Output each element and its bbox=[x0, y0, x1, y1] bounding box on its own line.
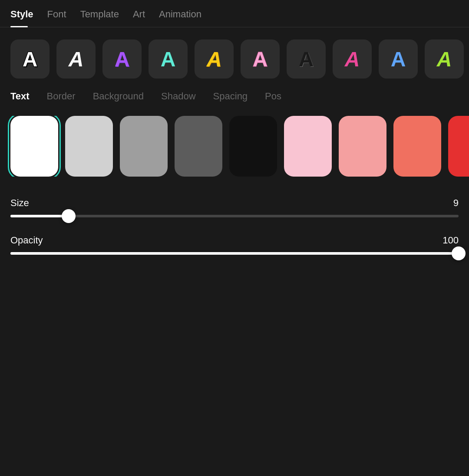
sub-navigation: TextBorderBackgroundShadowSpacingPos bbox=[0, 91, 469, 104]
color-swatch-swatch-coral[interactable] bbox=[393, 116, 441, 177]
tab-art[interactable]: Art bbox=[133, 9, 145, 27]
opacity-slider-thumb[interactable] bbox=[452, 246, 466, 260]
tab-font[interactable]: Font bbox=[47, 9, 66, 27]
sub-tab-shadow[interactable]: Shadow bbox=[161, 91, 196, 104]
tab-template[interactable]: Template bbox=[80, 9, 119, 27]
style-preset-preset-3[interactable]: A bbox=[102, 39, 142, 79]
tab-animation[interactable]: Animation bbox=[159, 9, 201, 27]
preset-letter: A bbox=[345, 47, 360, 71]
preset-letter: A bbox=[69, 47, 84, 71]
sub-tab-pos[interactable]: Pos bbox=[265, 91, 281, 104]
preset-letter: A bbox=[391, 47, 406, 71]
preset-letter: A bbox=[23, 47, 38, 71]
opacity-label: Opacity bbox=[10, 235, 43, 246]
preset-letter: A bbox=[161, 47, 176, 71]
preset-letter: A bbox=[207, 47, 222, 71]
size-slider-fill bbox=[10, 215, 69, 217]
style-preset-preset-1[interactable]: A bbox=[10, 39, 50, 79]
size-label: Size bbox=[10, 197, 29, 209]
preset-letter: A bbox=[299, 47, 314, 71]
color-swatch-swatch-red[interactable] bbox=[448, 116, 469, 177]
style-preset-preset-2[interactable]: A bbox=[56, 39, 96, 79]
size-slider-section: Size 9 bbox=[0, 197, 469, 217]
sub-tab-background[interactable]: Background bbox=[93, 91, 144, 104]
color-swatch-swatch-black[interactable] bbox=[229, 116, 277, 177]
preset-letter: A bbox=[253, 47, 268, 71]
top-navigation: StyleFontTemplateArtAnimation bbox=[0, 0, 469, 27]
color-swatch-swatch-salmon[interactable] bbox=[339, 116, 386, 177]
style-presets-row: AAAAAAAAAA bbox=[0, 27, 469, 91]
size-slider-track[interactable] bbox=[10, 215, 459, 217]
tab-style[interactable]: Style bbox=[10, 9, 33, 27]
sub-tab-border[interactable]: Border bbox=[47, 91, 76, 104]
style-preset-preset-4[interactable]: A bbox=[149, 39, 188, 79]
color-swatch-swatch-darkgray[interactable] bbox=[175, 116, 222, 177]
opacity-slider-section: Opacity 100 bbox=[0, 235, 469, 255]
style-preset-preset-5[interactable]: A bbox=[195, 39, 234, 79]
sub-tab-text[interactable]: Text bbox=[10, 91, 30, 104]
opacity-value: 100 bbox=[443, 235, 459, 246]
color-swatch-swatch-midgray[interactable] bbox=[120, 116, 168, 177]
opacity-slider-fill bbox=[10, 252, 459, 255]
style-preset-preset-9[interactable]: A bbox=[379, 39, 418, 79]
style-preset-preset-10[interactable]: A bbox=[425, 39, 464, 79]
color-swatch-swatch-lightpink[interactable] bbox=[284, 116, 332, 177]
style-preset-preset-6[interactable]: A bbox=[241, 39, 280, 79]
style-preset-preset-7[interactable]: A bbox=[287, 39, 326, 79]
preset-letter: A bbox=[115, 47, 130, 71]
color-swatch-swatch-lightgray[interactable] bbox=[65, 116, 113, 177]
sub-tab-spacing[interactable]: Spacing bbox=[213, 91, 248, 104]
style-preset-preset-8[interactable]: A bbox=[333, 39, 372, 79]
color-swatches-row bbox=[0, 116, 469, 177]
opacity-slider-track[interactable] bbox=[10, 252, 459, 255]
color-swatch-swatch-white[interactable] bbox=[10, 116, 58, 177]
size-slider-thumb[interactable] bbox=[62, 209, 76, 223]
size-value: 9 bbox=[453, 197, 459, 209]
preset-letter: A bbox=[437, 47, 452, 71]
